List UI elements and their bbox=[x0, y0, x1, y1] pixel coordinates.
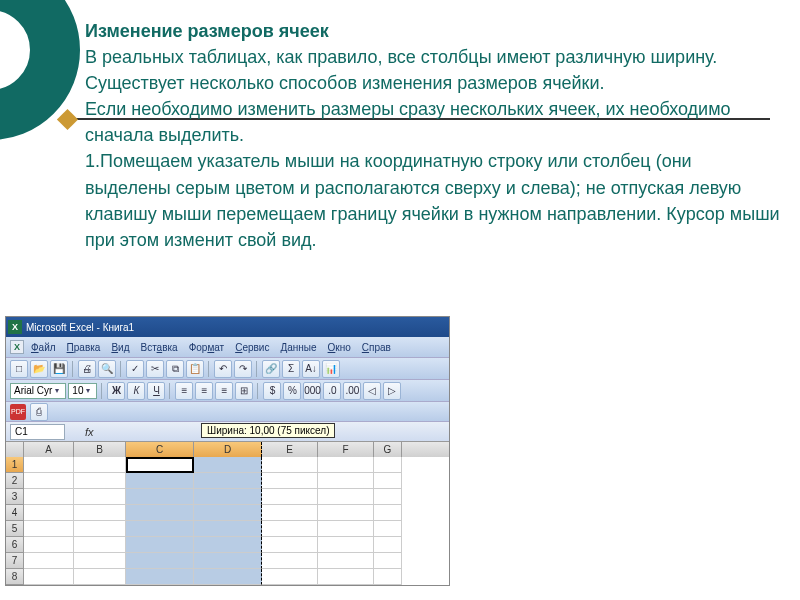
cell-B2[interactable] bbox=[74, 473, 126, 489]
cell-C5[interactable] bbox=[126, 521, 194, 537]
col-header-D[interactable]: D bbox=[194, 442, 262, 457]
dec-inc-button[interactable]: .0 bbox=[323, 382, 341, 400]
cell-E4[interactable] bbox=[262, 505, 318, 521]
name-box[interactable]: C1 bbox=[10, 424, 65, 440]
align-right-button[interactable]: ≡ bbox=[215, 382, 233, 400]
cell-B8[interactable] bbox=[74, 569, 126, 585]
row-header-5[interactable]: 5 bbox=[6, 521, 24, 537]
currency-button[interactable]: $ bbox=[263, 382, 281, 400]
cell-E6[interactable] bbox=[262, 537, 318, 553]
cell-G7[interactable] bbox=[374, 553, 402, 569]
cell-F2[interactable] bbox=[318, 473, 374, 489]
new-button[interactable]: □ bbox=[10, 360, 28, 378]
cell-F3[interactable] bbox=[318, 489, 374, 505]
cell-D6[interactable] bbox=[194, 537, 262, 553]
cell-B5[interactable] bbox=[74, 521, 126, 537]
cell-D7[interactable] bbox=[194, 553, 262, 569]
cell-B1[interactable] bbox=[74, 457, 126, 473]
sum-button[interactable]: Σ bbox=[282, 360, 300, 378]
menu-data[interactable]: Данные bbox=[276, 341, 320, 354]
cell-G1[interactable] bbox=[374, 457, 402, 473]
row-header-2[interactable]: 2 bbox=[6, 473, 24, 489]
bold-button[interactable]: Ж bbox=[107, 382, 125, 400]
cell-D8[interactable] bbox=[194, 569, 262, 585]
cell-G6[interactable] bbox=[374, 537, 402, 553]
cell-B4[interactable] bbox=[74, 505, 126, 521]
italic-button[interactable]: К bbox=[127, 382, 145, 400]
cell-D1[interactable] bbox=[194, 457, 262, 473]
cell-G4[interactable] bbox=[374, 505, 402, 521]
underline-button[interactable]: Ч bbox=[147, 382, 165, 400]
preview-button[interactable]: 🔍 bbox=[98, 360, 116, 378]
cell-G3[interactable] bbox=[374, 489, 402, 505]
undo-button[interactable]: ↶ bbox=[214, 360, 232, 378]
cell-A6[interactable] bbox=[24, 537, 74, 553]
copy-button[interactable]: ⧉ bbox=[166, 360, 184, 378]
cell-F5[interactable] bbox=[318, 521, 374, 537]
cell-E2[interactable] bbox=[262, 473, 318, 489]
row-header-1[interactable]: 1 bbox=[6, 457, 24, 473]
cell-D5[interactable] bbox=[194, 521, 262, 537]
cell-A3[interactable] bbox=[24, 489, 74, 505]
cell-A1[interactable] bbox=[24, 457, 74, 473]
cell-C6[interactable] bbox=[126, 537, 194, 553]
menu-view[interactable]: Вид bbox=[107, 341, 133, 354]
spell-button[interactable]: ✓ bbox=[126, 360, 144, 378]
cell-C3[interactable] bbox=[126, 489, 194, 505]
col-header-F[interactable]: F bbox=[318, 442, 374, 457]
redo-button[interactable]: ↷ bbox=[234, 360, 252, 378]
cell-F7[interactable] bbox=[318, 553, 374, 569]
col-header-B[interactable]: B bbox=[74, 442, 126, 457]
cell-C7[interactable] bbox=[126, 553, 194, 569]
cell-B3[interactable] bbox=[74, 489, 126, 505]
indent-dec-button[interactable]: ◁ bbox=[363, 382, 381, 400]
cell-F8[interactable] bbox=[318, 569, 374, 585]
cell-D3[interactable] bbox=[194, 489, 262, 505]
paste-button[interactable]: 📋 bbox=[186, 360, 204, 378]
cell-A2[interactable] bbox=[24, 473, 74, 489]
cell-E1[interactable] bbox=[262, 457, 318, 473]
row-header-8[interactable]: 8 bbox=[6, 569, 24, 585]
cell-F4[interactable] bbox=[318, 505, 374, 521]
cell-E5[interactable] bbox=[262, 521, 318, 537]
percent-button[interactable]: % bbox=[283, 382, 301, 400]
cut-button[interactable]: ✂ bbox=[146, 360, 164, 378]
menu-help[interactable]: Справ bbox=[358, 341, 395, 354]
dec-dec-button[interactable]: .00 bbox=[343, 382, 361, 400]
cell-F6[interactable] bbox=[318, 537, 374, 553]
link-button[interactable]: 🔗 bbox=[262, 360, 280, 378]
cell-G2[interactable] bbox=[374, 473, 402, 489]
sort-button[interactable]: A↓ bbox=[302, 360, 320, 378]
cell-A4[interactable] bbox=[24, 505, 74, 521]
menu-file[interactable]: Файл bbox=[27, 341, 60, 354]
indent-inc-button[interactable]: ▷ bbox=[383, 382, 401, 400]
row-header-4[interactable]: 4 bbox=[6, 505, 24, 521]
cell-G5[interactable] bbox=[374, 521, 402, 537]
fx-label[interactable]: fx bbox=[85, 426, 94, 438]
cell-C4[interactable] bbox=[126, 505, 194, 521]
menu-format[interactable]: Формат bbox=[185, 341, 229, 354]
align-center-button[interactable]: ≡ bbox=[195, 382, 213, 400]
align-left-button[interactable]: ≡ bbox=[175, 382, 193, 400]
col-header-A[interactable]: A bbox=[24, 442, 74, 457]
pdf-convert-button[interactable]: ⎙ bbox=[30, 403, 48, 421]
size-select[interactable]: 10▾ bbox=[68, 383, 97, 399]
col-header-G[interactable]: G bbox=[374, 442, 402, 457]
comma-button[interactable]: 000 bbox=[303, 382, 321, 400]
cell-C1[interactable] bbox=[126, 457, 194, 473]
cell-B7[interactable] bbox=[74, 553, 126, 569]
font-select[interactable]: Arial Cyr▾ bbox=[10, 383, 66, 399]
chart-button[interactable]: 📊 bbox=[322, 360, 340, 378]
cell-A5[interactable] bbox=[24, 521, 74, 537]
save-button[interactable]: 💾 bbox=[50, 360, 68, 378]
open-button[interactable]: 📂 bbox=[30, 360, 48, 378]
row-header-3[interactable]: 3 bbox=[6, 489, 24, 505]
cell-D4[interactable] bbox=[194, 505, 262, 521]
print-button[interactable]: 🖨 bbox=[78, 360, 96, 378]
cell-A8[interactable] bbox=[24, 569, 74, 585]
cell-A7[interactable] bbox=[24, 553, 74, 569]
cell-G8[interactable] bbox=[374, 569, 402, 585]
pdf-icon[interactable]: PDF bbox=[10, 404, 26, 420]
col-header-C[interactable]: C bbox=[126, 442, 194, 457]
row-header-6[interactable]: 6 bbox=[6, 537, 24, 553]
